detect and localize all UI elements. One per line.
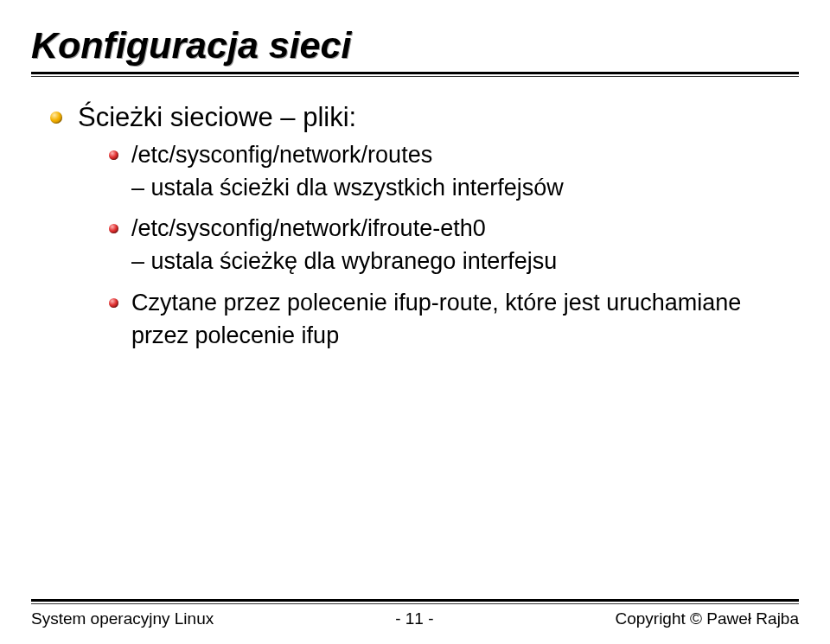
list-item: /etc/sysconfig/network/ifroute-eth0 – us… (109, 213, 799, 278)
bullet-list-level2: /etc/sysconfig/network/routes – ustala ś… (78, 139, 799, 353)
item-desc: – ustala ścieżki dla wszystkich interfej… (131, 172, 799, 205)
slide-title: Konfiguracja sieci (31, 24, 799, 67)
bullet-list-level1: Ścieżki sieciowe – pliki: /etc/sysconfig… (31, 99, 799, 353)
footer-center: - 11 - (395, 609, 433, 628)
section-item: Ścieżki sieciowe – pliki: /etc/sysconfig… (50, 99, 799, 353)
item-path: Czytane przez polecenie ifup-route, któr… (131, 290, 741, 348)
item-path: /etc/sysconfig/network/ifroute-eth0 (131, 215, 486, 241)
footer: System operacyjny Linux - 11 - Copyright… (0, 599, 830, 628)
section-label: Ścieżki sieciowe – pliki: (78, 102, 356, 132)
list-item: Czytane przez polecenie ifup-route, któr… (109, 287, 799, 353)
slide: Konfiguracja sieci Ścieżki sieciowe – pl… (0, 0, 830, 644)
item-path: /etc/sysconfig/network/routes (131, 142, 432, 168)
footer-left: System operacyjny Linux (31, 609, 214, 628)
footer-row: System operacyjny Linux - 11 - Copyright… (31, 609, 799, 628)
list-item: /etc/sysconfig/network/routes – ustala ś… (109, 139, 799, 205)
footer-right: Copyright © Paweł Rajba (615, 609, 799, 628)
item-desc: – ustala ścieżkę dla wybranego interfejs… (131, 245, 799, 278)
title-rule (31, 72, 799, 77)
